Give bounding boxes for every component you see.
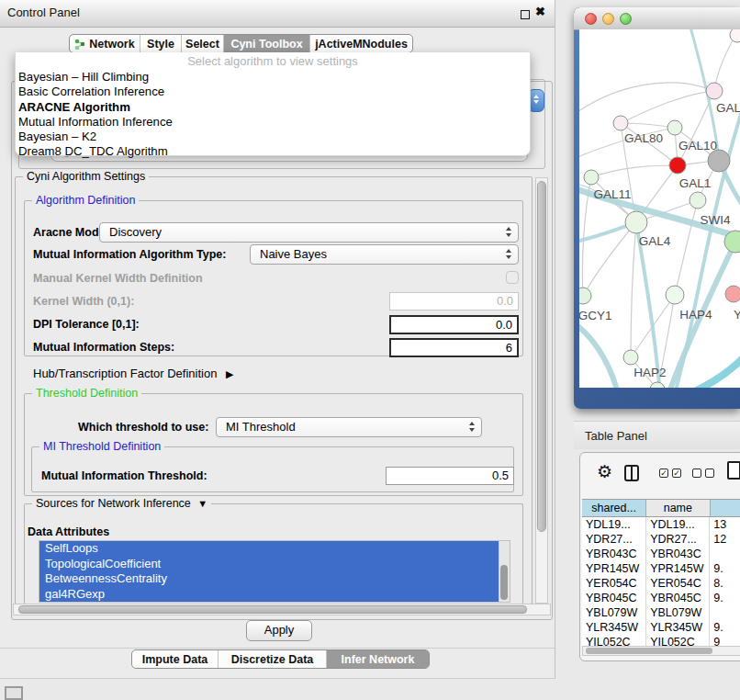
group-title: Algorithm Definition [32, 194, 139, 207]
table-row[interactable]: YBR045CYBR045C9. [582, 591, 740, 605]
network-node[interactable] [730, 29, 740, 42]
scrollbar-thumb[interactable] [18, 605, 527, 614]
algorithm-option[interactable]: Basic Correlation Inference [18, 85, 523, 99]
table-row[interactable]: YPR145WYPR145W9. [582, 561, 740, 576]
network-edge[interactable] [591, 165, 678, 177]
network-node[interactable] [667, 120, 682, 135]
close-window-icon[interactable] [585, 13, 597, 25]
network-edge[interactable] [621, 91, 714, 123]
list-scrollbar[interactable] [499, 541, 510, 602]
deselect-all-icon[interactable] [705, 469, 714, 478]
column-header[interactable] [711, 499, 740, 517]
network-node[interactable] [623, 350, 638, 365]
tab-label: Infer Network [342, 653, 415, 666]
horizontal-scrollbar[interactable] [13, 604, 551, 615]
table-row[interactable]: YBL079WYBL079W [582, 605, 740, 620]
table-row[interactable]: YBR043CYBR043C [582, 547, 740, 561]
manual-kernel-width-checkbox[interactable] [506, 271, 519, 284]
table-row[interactable]: YLR345WYLR345W9. [582, 620, 740, 635]
dpi-tolerance-field[interactable]: 0.0 [389, 315, 519, 334]
group-title: Cyni Algorithm Settings [23, 170, 149, 183]
network-node[interactable] [666, 286, 684, 304]
mi-threshold-field[interactable]: 0.5 [386, 467, 514, 485]
attribute-list-item[interactable]: TopologicalCoefficient [39, 557, 510, 572]
table-cell: YBR043C [646, 547, 710, 561]
scrollbar-thumb[interactable] [537, 181, 546, 532]
tab-network[interactable]: Network [70, 35, 140, 52]
mi-steps-field[interactable]: 6 [389, 338, 519, 357]
which-threshold-combo[interactable]: MI Threshold [216, 417, 482, 437]
table-cell: 8. [710, 576, 740, 591]
control-panel-titlebar: Control Panel ✖ [0, 0, 555, 28]
network-node[interactable] [669, 157, 686, 174]
network-view-window[interactable]: GALGAL80GAL10GAL1GAL11SWI4GAL4GCY1HAP4YH… [574, 7, 740, 409]
network-edge[interactable] [675, 200, 698, 295]
table-cell: YLR345W [646, 620, 710, 635]
attribute-list-item[interactable]: gal4RGexp [39, 587, 510, 603]
tab-discretize-data[interactable]: Discretize Data [219, 650, 327, 668]
algorithm-option[interactable]: Mutual Information Inference [18, 115, 523, 130]
node-label: HAP4 [679, 308, 712, 322]
network-edge[interactable] [714, 35, 735, 91]
attribute-list-item[interactable]: SelfLoops [39, 541, 510, 557]
kernel-width-field[interactable]: 0.0 [389, 292, 519, 310]
table-horizontal-scrollbar[interactable] [582, 646, 740, 656]
column-header[interactable]: name [646, 499, 710, 517]
network-edge[interactable] [631, 222, 636, 357]
network-edge[interactable] [579, 83, 714, 114]
table-row[interactable]: YDL19...YDL19...13 [582, 517, 740, 532]
apply-button[interactable]: Apply [246, 620, 312, 641]
tab-label: jActiveMNodules [315, 38, 408, 51]
network-window-titlebar[interactable] [574, 7, 740, 30]
network-edge[interactable] [579, 322, 618, 388]
network-icon [74, 39, 85, 50]
algorithm-option[interactable]: Bayesian – K2 [18, 130, 523, 144]
column-header[interactable]: shared... [582, 499, 646, 517]
select-all-icon[interactable]: ✓ [659, 469, 668, 478]
float-window-icon[interactable] [521, 10, 530, 19]
table-panel-title: Table Panel [585, 429, 647, 443]
network-canvas[interactable]: GALGAL80GAL10GAL1GAL11SWI4GAL4GCY1HAP4YH… [579, 29, 740, 388]
gear-icon[interactable]: ⚙ [597, 461, 612, 482]
aracne-mode-combo[interactable]: Discovery [99, 222, 519, 243]
zoom-window-icon[interactable] [620, 13, 632, 25]
new-table-icon[interactable] [727, 461, 740, 480]
select-all-icon[interactable]: ✓ [672, 469, 681, 478]
network-edge[interactable] [678, 353, 740, 388]
attribute-list-item[interactable]: BetweennessCentrality [39, 571, 510, 587]
tab-infer-network[interactable]: Infer Network [327, 650, 429, 668]
vertical-scrollbar[interactable] [535, 177, 548, 604]
table-row[interactable]: YER054CYER054C8. [582, 576, 740, 591]
network-node[interactable] [613, 116, 628, 130]
tab-cyni-toolbox[interactable]: Cyni Toolbox [224, 35, 310, 52]
minimized-panel-icon[interactable] [5, 686, 23, 700]
network-node[interactable] [706, 83, 723, 99]
network-node[interactable] [690, 192, 706, 209]
close-icon[interactable]: ✖ [535, 5, 545, 18]
scrollbar-thumb[interactable] [500, 565, 508, 600]
algorithm-option[interactable]: ARACNE Algorithm [18, 100, 523, 115]
hub-definition-expander[interactable]: Hub/Transcription Factor Definition ▶ [33, 367, 233, 380]
split-columns-icon[interactable] [624, 465, 639, 481]
mi-algorithm-type-combo[interactable]: Naive Bayes [250, 244, 519, 265]
tab-style[interactable]: Style [140, 35, 182, 52]
network-node[interactable] [584, 170, 599, 185]
tab-jactivemnodules[interactable]: jActiveMNodules [310, 35, 412, 52]
network-graph[interactable]: GALGAL80GAL10GAL1GAL11SWI4GAL4GCY1HAP4YH… [579, 29, 740, 388]
algorithm-option[interactable]: Bayesian – Hill Climbing [18, 70, 523, 85]
deselect-all-icon[interactable] [692, 469, 701, 478]
network-edge[interactable] [621, 123, 675, 128]
table-row[interactable]: YDR27...YDR27...12 [582, 532, 740, 547]
scrollbar-thumb[interactable] [586, 648, 712, 654]
network-node[interactable] [725, 286, 740, 302]
tab-select[interactable]: Select [182, 35, 224, 52]
sources-expander[interactable]: Sources for Network Inference ▼ [32, 497, 211, 510]
network-node[interactable] [625, 211, 647, 233]
network-node[interactable] [579, 288, 591, 304]
minimize-window-icon[interactable] [602, 13, 614, 25]
network-node[interactable] [708, 150, 730, 172]
data-attributes-list[interactable]: SelfLoopsTopologicalCoefficientBetweenne… [39, 540, 510, 603]
combo-value: Discovery [109, 225, 162, 239]
tab-impute-data[interactable]: Impute Data [132, 650, 219, 668]
algorithm-option[interactable]: Dream8 DC_TDC Algorithm [18, 144, 523, 159]
